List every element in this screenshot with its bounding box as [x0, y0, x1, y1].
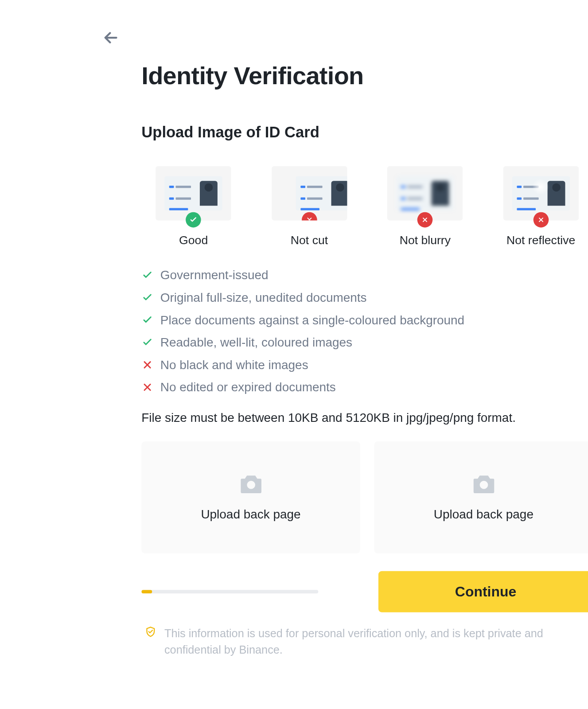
- requirement-text: Place documents against a single-coloure…: [160, 313, 464, 327]
- check-badge-icon: [186, 212, 201, 228]
- camera-icon: [238, 473, 263, 495]
- example-row: Good: [141, 166, 588, 247]
- example-label: Not cut: [290, 234, 327, 247]
- upload-front-box[interactable]: Upload back page: [141, 441, 360, 553]
- progress-fill: [141, 590, 152, 593]
- page-title: Identity Verification: [141, 62, 588, 90]
- camera-icon: [471, 473, 496, 495]
- requirement-item: No black and white images: [141, 358, 588, 372]
- file-size-note: File size must be between 10KB and 5120K…: [141, 411, 588, 425]
- example-card: [387, 166, 463, 220]
- requirement-text: No edited or expired documents: [160, 380, 335, 394]
- upload-label: Upload back page: [433, 507, 533, 522]
- back-button[interactable]: [101, 28, 120, 50]
- upload-row: Upload back page Upload back page: [141, 441, 588, 553]
- requirement-item: Place documents against a single-coloure…: [141, 313, 588, 327]
- x-icon: [141, 382, 153, 393]
- example-not-blurry: Not blurry: [373, 166, 477, 247]
- requirement-text: Government-issued: [160, 268, 268, 282]
- example-good: Good: [141, 166, 245, 247]
- arrow-left-icon: [101, 28, 120, 47]
- example-not-cut: Not cut: [257, 166, 361, 247]
- example-not-reflective: Not reflective: [489, 166, 588, 247]
- x-badge-icon: [533, 212, 549, 228]
- verification-modal: Identity Verification Upload Image of ID…: [73, 0, 588, 707]
- requirements-list: Government-issued Original full-size, un…: [141, 268, 588, 394]
- check-icon: [141, 314, 153, 326]
- shield-check-icon: [145, 625, 156, 638]
- example-card: [503, 166, 578, 220]
- requirement-text: Original full-size, unedited documents: [160, 291, 366, 305]
- disclaimer-text: This information is used for personal ve…: [164, 625, 588, 658]
- id-card-cut-icon: [296, 176, 347, 210]
- example-label: Good: [179, 234, 208, 247]
- disclaimer-row: This information is used for personal ve…: [141, 625, 588, 658]
- example-card: [156, 166, 231, 220]
- x-icon: [141, 359, 153, 371]
- continue-button[interactable]: Continue: [378, 571, 588, 612]
- check-icon: [141, 269, 153, 281]
- requirement-text: No black and white images: [160, 358, 308, 372]
- requirement-item: Government-issued: [141, 268, 588, 282]
- id-card-reflect-icon: [512, 176, 569, 210]
- upload-back-box[interactable]: Upload back page: [374, 441, 588, 553]
- requirement-item: No edited or expired documents: [141, 380, 588, 394]
- example-card: [271, 166, 347, 220]
- x-badge-icon: [417, 212, 433, 228]
- requirement-item: Readable, well-lit, coloured images: [141, 335, 588, 350]
- section-subtitle: Upload Image of ID Card: [141, 123, 588, 141]
- check-icon: [141, 336, 153, 348]
- upload-label: Upload back page: [201, 507, 300, 522]
- bottom-row: Continue: [141, 571, 588, 612]
- example-label: Not reflective: [506, 234, 575, 247]
- id-card-icon: [164, 176, 222, 210]
- requirement-item: Original full-size, unedited documents: [141, 291, 588, 305]
- id-card-blur-icon: [396, 176, 454, 210]
- x-badge-icon: [301, 212, 317, 221]
- progress-bar: [141, 590, 318, 593]
- requirement-text: Readable, well-lit, coloured images: [160, 335, 352, 350]
- example-label: Not blurry: [399, 234, 450, 247]
- check-icon: [141, 292, 153, 304]
